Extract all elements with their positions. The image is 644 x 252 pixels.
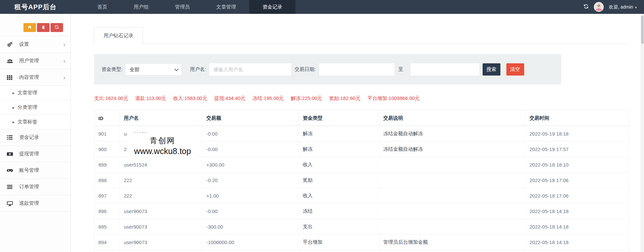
username-input[interactable] xyxy=(209,63,291,76)
gears-icon xyxy=(7,41,15,47)
watermark-url: www.wcku8.top xyxy=(134,146,191,156)
sidebar-item-fund-records[interactable]: 资金记录 xyxy=(0,129,71,146)
trash-icon xyxy=(41,25,46,30)
cell-description xyxy=(379,219,525,235)
triangle-right-icon: ▸ xyxy=(13,120,15,124)
sidebar-item-refund-management[interactable]: 退款管理 xyxy=(0,195,71,212)
monitor-icon xyxy=(7,200,15,207)
refresh-icon xyxy=(54,25,59,30)
cell-time: 2022-05-18 14:18 xyxy=(525,219,629,235)
cell-time: 2022-05-19 18:18 xyxy=(525,126,629,142)
cell-time: 2022-05-18 18:10 xyxy=(525,157,629,173)
avatar[interactable] xyxy=(594,2,604,12)
cell-id: 897 xyxy=(94,188,120,204)
home-quick-button[interactable] xyxy=(23,23,36,32)
sidebar-item-article-management[interactable]: ▸文章管理 xyxy=(0,86,71,100)
date-end-input[interactable] xyxy=(411,63,479,76)
column-header: 交易额 xyxy=(202,110,299,126)
user-menu[interactable]: 欢迎, admin▼ xyxy=(609,4,637,10)
list-icon xyxy=(7,134,15,141)
sidebar-item-settings[interactable]: 设置› xyxy=(0,36,71,53)
sidebar-item-label: 用户管理 xyxy=(19,58,39,64)
cell-time: 2022-05-18 17:06 xyxy=(525,173,629,188)
summary-item: 冻结:195.00元 xyxy=(253,95,284,101)
filter-bar: 资金类型: 全部 用户名: 交易日期: 至 搜索 清空 xyxy=(94,54,561,84)
cell-description: 冻结金额自动解冻 xyxy=(379,142,525,157)
sidebar-item-label: 账号管理 xyxy=(19,167,39,173)
cell-id: 894 xyxy=(94,235,120,250)
summary-item: 收入:1583.00元 xyxy=(173,95,207,101)
nav-item-home[interactable]: 首页 xyxy=(84,0,120,14)
cell-amount: -0.00 xyxy=(202,204,299,219)
cell-fund-type: 平台增加 xyxy=(299,235,379,250)
column-header: 交易说明 xyxy=(379,110,525,126)
cell-id: 899 xyxy=(94,157,120,173)
search-button[interactable]: 搜索 xyxy=(483,63,500,76)
date-to-label: 至 xyxy=(398,66,403,73)
nav-item-user-group[interactable]: 用户组 xyxy=(120,0,162,14)
cell-description xyxy=(379,173,525,188)
tab-bar: 用户钻石记录 xyxy=(94,27,629,44)
top-navbar: 租号APP后台 首页用户组管理员文章管理资金记录 欢迎, admin▼ xyxy=(0,0,644,14)
navbar-right: 欢迎, admin▼ xyxy=(583,2,644,12)
sidebar-item-label: 分类管理 xyxy=(17,104,37,110)
cell-description xyxy=(379,250,525,252)
tab-user-diamond-records[interactable]: 用户钻石记录 xyxy=(94,27,143,44)
records-table: ID用户名交易额资金类型交易说明交易时间 901user90073-0.00解冻… xyxy=(94,110,629,252)
cell-time: 2022-05-19 17:57 xyxy=(525,142,629,157)
table-row: 897222+1.00收入2022-05-18 17:06 xyxy=(94,188,629,204)
clear-button[interactable]: 清空 xyxy=(506,63,524,76)
cell-fund-type: 奖励 xyxy=(299,173,379,188)
sidebar-item-label: 提现管理 xyxy=(19,151,39,157)
gamepad-icon xyxy=(7,167,15,174)
transaction-date-label: 交易日期: xyxy=(294,66,316,73)
sidebar-item-withdrawal-management[interactable]: 提现管理 xyxy=(0,146,71,162)
sidebar-item-order-management[interactable]: 订单管理 xyxy=(0,179,71,195)
sidebar-item-user-management[interactable]: 用户管理› xyxy=(0,53,71,69)
table-row: 894user90073-1000000.00平台增加管理员后台增加金额2022… xyxy=(94,235,629,250)
triangle-right-icon: ▸ xyxy=(13,105,15,110)
scrollbar-thumb[interactable] xyxy=(641,16,644,44)
cell-amount: +300.00 xyxy=(202,157,299,173)
table-row: 895user90073-300.00支出2022-05-18 14:18 xyxy=(94,219,629,235)
sidebar-item-article-tags[interactable]: ▸文章标签 xyxy=(0,115,71,129)
nav-item-fund-records[interactable]: 资金记录 xyxy=(249,0,295,14)
nav-item-article-management[interactable]: 文章管理 xyxy=(203,0,249,14)
cell-time xyxy=(525,250,629,252)
chevron-right-icon: › xyxy=(63,41,65,47)
cell-description xyxy=(379,157,525,173)
refresh-button[interactable] xyxy=(583,4,589,10)
cell-username: user90073 xyxy=(120,235,202,250)
fund-type-select-wrap: 全部 xyxy=(125,63,182,76)
bars-icon xyxy=(7,184,15,190)
refresh-quick-button[interactable] xyxy=(51,23,63,32)
sidebar-item-label: 退款管理 xyxy=(19,200,39,206)
chevron-right-icon: › xyxy=(63,58,65,64)
cell-amount xyxy=(202,250,299,252)
caret-down-icon: ▼ xyxy=(634,6,637,9)
summary-item: 平台增加:1003866.00元 xyxy=(367,95,420,101)
column-header: 交易时间 xyxy=(525,110,629,126)
table-header-row: ID用户名交易额资金类型交易说明交易时间 xyxy=(94,110,629,126)
fund-type-label: 资金类型: xyxy=(101,66,122,73)
sidebar-item-category-management[interactable]: ▸分类管理 xyxy=(0,100,71,115)
page-scrollbar[interactable] xyxy=(641,14,644,252)
app-title: 租号APP后台 xyxy=(0,3,71,12)
cell-description xyxy=(379,204,525,219)
watermark-overlay: 青创网 www.wcku8.top xyxy=(127,133,198,159)
date-start-input[interactable] xyxy=(319,63,394,76)
cell-fund-type: 解冻 xyxy=(299,142,379,157)
cell-amount: -0.00 xyxy=(202,142,299,157)
nav-item-admin[interactable]: 管理员 xyxy=(162,0,203,14)
sidebar-item-account-management[interactable]: 账号管理 xyxy=(0,162,71,179)
summary-item: 解冻:225.00元 xyxy=(291,95,322,101)
fund-type-select[interactable]: 全部 xyxy=(125,63,182,76)
sidebar: 设置›用户管理›内容管理›▸文章管理▸分类管理▸文章标签资金记录提现管理账号管理… xyxy=(0,14,71,252)
sidebar-item-content-management[interactable]: 内容管理› xyxy=(0,69,71,86)
trash-quick-button[interactable] xyxy=(37,23,50,32)
summary-item: 退款:113.00元 xyxy=(135,95,166,101)
records-table-wrap: ID用户名交易额资金类型交易说明交易时间 901user90073-0.00解冻… xyxy=(94,110,641,252)
table-row xyxy=(94,250,629,252)
main-content: 用户钻石记录 资金类型: 全部 用户名: 交易日期: 至 搜索 清空 支出:16… xyxy=(71,14,641,252)
cell-amount: -300.00 xyxy=(202,219,299,235)
